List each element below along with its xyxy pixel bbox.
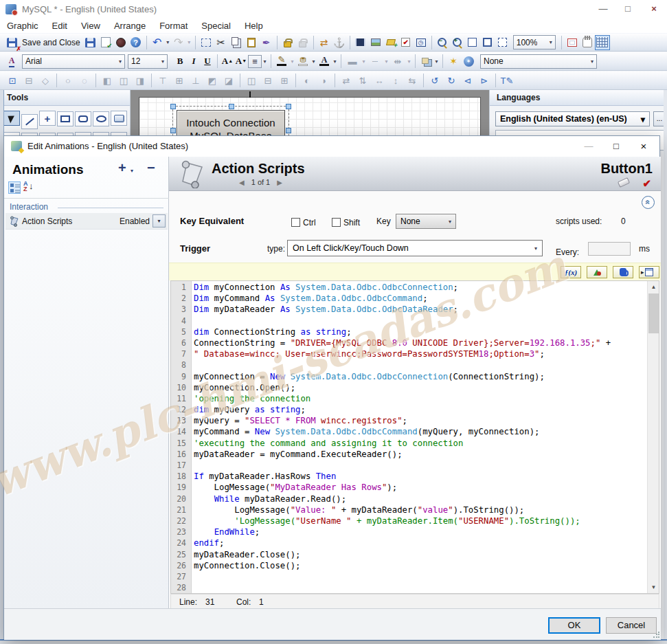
fill-color-caret-icon[interactable]: ▾ [310, 58, 317, 65]
shift-checkbox[interactable]: Shift [332, 216, 360, 228]
align-top-icon[interactable]: ⊤ [155, 73, 171, 88]
shrink-font-button[interactable]: A▼ [234, 54, 248, 68]
pan-icon[interactable] [580, 35, 595, 50]
zoom-selection-icon[interactable] [480, 35, 495, 50]
line-color-icon[interactable]: ✎ [274, 54, 289, 69]
validate-icon[interactable] [98, 35, 113, 50]
button-tool[interactable] [111, 111, 127, 126]
animation-item-action-scripts[interactable]: Action Scripts Enabled ▾ [5, 213, 168, 230]
align-right-icon[interactable]: ◨ [132, 73, 148, 88]
rounded-rectangle-tool[interactable] [75, 111, 91, 126]
undo-icon[interactable]: ↶ [150, 35, 165, 50]
script-editor[interactable]: 1Dim myConnection As System.Data.Odbc.Od… [170, 280, 659, 594]
paste-icon[interactable] [244, 35, 259, 50]
cut-icon[interactable]: ✂ [214, 35, 229, 50]
copy-icon[interactable] [229, 35, 244, 50]
zoom-region-icon[interactable] [495, 35, 510, 50]
distribute-v-icon[interactable]: ⇅ [354, 73, 371, 88]
zoom-fit-icon[interactable] [465, 35, 480, 50]
selection-handle[interactable] [170, 128, 176, 133]
menu-item-edit[interactable]: Edit [45, 19, 74, 32]
insert-function-button[interactable]: ƒ(x) [561, 266, 581, 278]
menu-item-graphic[interactable]: Graphic [0, 19, 45, 32]
lock-icon[interactable] [280, 35, 295, 50]
dialog-close-button[interactable]: × [632, 138, 655, 155]
cancel-button[interactable]: Cancel [606, 617, 657, 634]
underline-button[interactable]: U [201, 54, 214, 68]
scroll-down-icon[interactable]: ▼ [648, 581, 659, 593]
center-vertical-icon[interactable]: ◪ [221, 73, 237, 88]
fill-color-icon[interactable]: ⛃ [295, 54, 310, 69]
rectangle-tool[interactable] [57, 111, 74, 126]
zoom-combobox[interactable]: 100%▾ [513, 35, 556, 49]
rotate-ccw-icon[interactable]: ↺ [427, 73, 443, 88]
help-icon[interactable]: ? [128, 35, 144, 50]
bold-button[interactable]: B [173, 54, 187, 68]
align-left-icon[interactable]: ◧ [99, 73, 115, 88]
grow-font-button[interactable]: A▲ [221, 54, 234, 68]
font-style-icon[interactable]: A [4, 54, 19, 69]
symbol-factory-icon[interactable]: ✶ [461, 54, 476, 69]
frame-icon[interactable] [565, 35, 580, 50]
select-tool[interactable] [3, 111, 20, 126]
menu-item-format[interactable]: Format [152, 19, 194, 32]
save-close-icon[interactable]: ✗ [4, 35, 19, 50]
gauge-icon[interactable] [113, 35, 128, 50]
center-horizontal-icon[interactable]: ◩ [204, 73, 221, 88]
validate-script-icon[interactable]: ✔ [642, 177, 651, 190]
code-area[interactable]: 1Dim myConnection As System.Data.Odbc.Od… [171, 282, 648, 594]
add-point-icon[interactable]: ◌ [76, 73, 93, 88]
language-combobox[interactable]: English (United States) (en-US)▾ [495, 111, 650, 126]
insert-tag-button[interactable] [613, 266, 633, 278]
save-icon[interactable] [83, 35, 98, 50]
open-editor-button[interactable] [639, 266, 659, 278]
animation-state-dropdown[interactable]: ▾ [152, 214, 166, 227]
effect-combobox[interactable]: None▾ [480, 54, 597, 69]
select-region-icon[interactable] [199, 35, 214, 50]
edit-symbol-icon[interactable]: ◇ [37, 73, 54, 88]
minimize-button[interactable]: — [593, 1, 613, 16]
text-align-caret-icon[interactable]: ▾ [262, 58, 268, 65]
format-painter-icon[interactable]: ✒ [259, 35, 274, 50]
zoom-out-icon[interactable]: − [435, 35, 450, 50]
ellipse-tool[interactable] [93, 111, 109, 126]
trigger-type-combobox[interactable]: On Left Click/Key/Touch Down▾ [287, 240, 543, 256]
maximize-button[interactable]: □ [618, 1, 638, 16]
save-and-close-label[interactable]: Save and Close [22, 38, 80, 47]
bring-forward-icon[interactable]: ◐ [299, 73, 315, 88]
flip-horizontal-icon[interactable]: ⊲ [460, 73, 476, 88]
hv-line-tool[interactable]: + [39, 111, 56, 126]
editor-scrollbar[interactable]: ▲ ▼ [647, 281, 659, 593]
menu-item-help[interactable]: Help [238, 19, 270, 32]
sort-az-icon[interactable]: AZ↓ [23, 181, 36, 194]
dialog-titlebar[interactable]: Edit Animations - English (United States… [4, 136, 659, 157]
add-tag-icon[interactable] [383, 35, 398, 50]
key-combobox[interactable]: None▾ [396, 214, 456, 229]
add-animation-button[interactable]: + [118, 160, 126, 176]
align-center-icon[interactable]: ◫ [115, 73, 132, 88]
equalize-width-icon[interactable]: ↔ [371, 73, 387, 88]
validate-box-icon[interactable]: ✔ [398, 35, 414, 50]
pager-next-icon[interactable]: ▶ [277, 179, 282, 186]
window-time-icon[interactable]: ◷ [414, 35, 429, 50]
font-color-icon[interactable]: A [317, 54, 332, 69]
font-color-caret-icon[interactable]: ▾ [332, 58, 338, 65]
selection-handle[interactable] [286, 104, 291, 109]
wizard-icon[interactable]: ✶ [446, 54, 461, 69]
media-icon[interactable] [353, 35, 368, 50]
scroll-up-icon[interactable]: ▲ [648, 281, 659, 293]
align-bottom-icon[interactable]: ⊥ [188, 73, 204, 88]
equalize-height-icon[interactable]: ↕ [387, 73, 404, 88]
resize-grip[interactable] [653, 632, 659, 639]
menu-item-arrange[interactable]: Arrange [107, 19, 152, 32]
edit-text-icon[interactable]: T✎ [499, 73, 515, 88]
remove-animation-button[interactable]: − [147, 160, 155, 176]
insert-animation-button[interactable] [587, 266, 607, 278]
grid-toggle-icon[interactable] [595, 35, 610, 50]
space-horizontal-icon[interactable]: ◫ [243, 73, 260, 88]
undo-caret-icon[interactable]: ▾ [165, 39, 171, 45]
collapse-section-button[interactable]: « [642, 196, 655, 209]
reshape-object-icon[interactable]: ○ [60, 73, 76, 88]
font-size-combobox[interactable]: 12▾ [128, 54, 168, 69]
selection-handle[interactable] [286, 128, 291, 133]
